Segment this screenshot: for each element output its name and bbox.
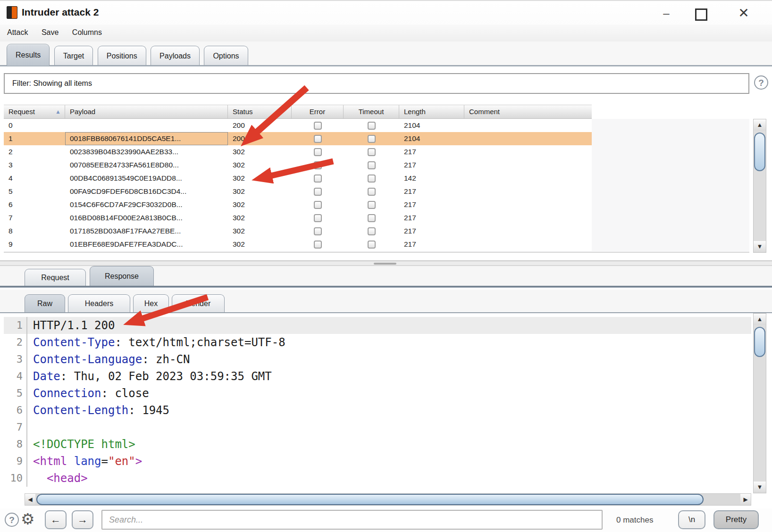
- tab-positions[interactable]: Positions: [98, 46, 146, 66]
- status-cell: 302: [228, 238, 292, 251]
- maximize-button[interactable]: [692, 5, 711, 22]
- column-header-length[interactable]: Length: [399, 105, 464, 118]
- filter-bar[interactable]: Filter: Showing all items: [4, 73, 749, 94]
- column-header-comment[interactable]: Comment: [464, 105, 592, 118]
- tab-render[interactable]: Render: [172, 294, 225, 312]
- previous-match-button[interactable]: ←: [45, 510, 67, 529]
- scroll-up-icon[interactable]: ▲: [754, 314, 766, 325]
- main-tab-bar: Results Target Positions Payloads Option…: [0, 42, 772, 66]
- timeout-checkbox[interactable]: [368, 227, 376, 235]
- table-row[interactable]: 60154C6F6CD7AF29CF3032D0B...302217: [4, 198, 592, 211]
- timeout-checkbox[interactable]: [368, 175, 376, 183]
- status-cell: 302: [228, 158, 292, 172]
- table-row[interactable]: 500FA9CD9FDEF6D8CB16DC3D4...302217: [4, 185, 592, 198]
- table-row[interactable]: 3007085EEB24733FA561E8D80...302217: [4, 158, 592, 172]
- view-tab-bar: Raw Headers Hex Render: [0, 290, 772, 313]
- gear-icon[interactable]: ⚙: [21, 510, 35, 528]
- timeout-checkbox[interactable]: [368, 201, 376, 209]
- error-cell: [292, 185, 344, 198]
- menu-columns[interactable]: Columns: [72, 25, 102, 41]
- tab-response[interactable]: Response: [90, 266, 154, 286]
- error-checkbox[interactable]: [314, 161, 322, 169]
- error-cell: [292, 158, 344, 172]
- error-checkbox[interactable]: [314, 148, 322, 156]
- error-cell: [292, 145, 344, 158]
- comment-cell: [464, 198, 592, 211]
- timeout-checkbox[interactable]: [368, 214, 376, 222]
- tab-request[interactable]: Request: [25, 269, 86, 286]
- tab-results[interactable]: Results: [7, 44, 50, 66]
- tab-hex[interactable]: Hex: [133, 294, 169, 312]
- column-header-error[interactable]: Error: [292, 105, 344, 118]
- scroll-right-icon[interactable]: ▶: [740, 494, 751, 505]
- timeout-cell: [344, 224, 399, 238]
- timeout-checkbox[interactable]: [368, 122, 376, 130]
- results-vertical-scrollbar[interactable]: ▲ ▼: [753, 119, 766, 253]
- payload-cell: 01EBFE68E9DAFE7FEA3DADC...: [65, 238, 228, 251]
- table-row[interactable]: 20023839B04B323990AAE2B33...302217: [4, 145, 592, 158]
- scrollbar-thumb[interactable]: [36, 494, 704, 505]
- status-cell: 302: [228, 145, 292, 158]
- tab-target[interactable]: Target: [54, 46, 93, 66]
- error-checkbox[interactable]: [314, 135, 322, 143]
- error-checkbox[interactable]: [314, 227, 322, 235]
- tab-raw[interactable]: Raw: [25, 294, 65, 312]
- error-checkbox[interactable]: [314, 214, 322, 222]
- column-header-timeout[interactable]: Timeout: [344, 105, 399, 118]
- timeout-cell: [344, 198, 399, 211]
- table-row[interactable]: 901EBFE68E9DAFE7FEA3DADC...302217: [4, 238, 592, 251]
- error-checkbox[interactable]: [314, 122, 322, 130]
- payload-cell: 0023839B04B323990AAE2B33...: [65, 145, 228, 158]
- column-header-label: Comment: [469, 108, 500, 116]
- table-row[interactable]: 400DB4C068913549C0E19ADD8...302142: [4, 172, 592, 185]
- code-line: 10 <head>: [4, 470, 751, 487]
- scroll-down-icon[interactable]: ▼: [754, 241, 766, 252]
- error-checkbox[interactable]: [314, 188, 322, 196]
- column-header-payload[interactable]: Payload: [65, 105, 228, 118]
- menu-attack[interactable]: Attack: [7, 25, 28, 41]
- tab-payloads[interactable]: Payloads: [151, 46, 200, 66]
- error-checkbox[interactable]: [314, 241, 322, 249]
- column-header-status[interactable]: Status: [228, 105, 292, 118]
- scroll-down-icon[interactable]: ▼: [754, 482, 766, 493]
- scroll-left-icon[interactable]: ◀: [25, 494, 35, 505]
- code-line: 7: [4, 419, 751, 436]
- editor-horizontal-scrollbar[interactable]: ◀ ▶: [25, 493, 751, 506]
- scrollbar-thumb[interactable]: [754, 327, 765, 357]
- timeout-checkbox[interactable]: [368, 148, 376, 156]
- help-icon[interactable]: ?: [5, 513, 19, 527]
- error-cell: [292, 238, 344, 251]
- tab-headers[interactable]: Headers: [68, 294, 130, 312]
- maximize-icon: [695, 8, 707, 21]
- timeout-checkbox[interactable]: [368, 161, 376, 169]
- error-checkbox[interactable]: [314, 201, 322, 209]
- panel-splitter[interactable]: [0, 260, 772, 266]
- table-row[interactable]: 02002104: [4, 119, 592, 132]
- newline-toggle-button[interactable]: \n: [678, 510, 705, 529]
- timeout-checkbox[interactable]: [368, 135, 376, 143]
- timeout-cell: [344, 238, 399, 251]
- menu-save[interactable]: Save: [42, 25, 59, 41]
- scroll-up-icon[interactable]: ▲: [754, 119, 766, 131]
- search-input[interactable]: [101, 510, 603, 530]
- timeout-checkbox[interactable]: [368, 241, 376, 249]
- column-header-request[interactable]: Request ▲: [4, 105, 65, 118]
- tab-options[interactable]: Options: [204, 46, 248, 66]
- line-content: Content-Language: zh-CN: [27, 351, 190, 368]
- minimize-button[interactable]: –: [657, 5, 676, 22]
- next-match-button[interactable]: →: [72, 510, 93, 529]
- table-row[interactable]: 10018FBB680676141DD5CA5E1...2002104: [4, 132, 592, 145]
- response-editor[interactable]: 1HTTP/1.1 2002Content-Type: text/html;ch…: [4, 313, 751, 507]
- close-button[interactable]: ✕: [734, 5, 753, 22]
- error-checkbox[interactable]: [314, 175, 322, 183]
- table-row[interactable]: 7016BD08B14FD00E2A813B0CB...302217: [4, 211, 592, 224]
- line-number: 6: [4, 402, 27, 419]
- table-row[interactable]: 80171852BD03A8F17FAA27EBE...302217: [4, 224, 592, 238]
- timeout-checkbox[interactable]: [368, 188, 376, 196]
- filter-help-icon[interactable]: ?: [754, 75, 768, 90]
- pretty-button[interactable]: Pretty: [713, 510, 759, 529]
- scrollbar-thumb[interactable]: [754, 133, 765, 171]
- editor-vertical-scrollbar[interactable]: ▲ ▼: [753, 313, 766, 493]
- timeout-cell: [344, 132, 399, 145]
- timeout-cell: [344, 211, 399, 224]
